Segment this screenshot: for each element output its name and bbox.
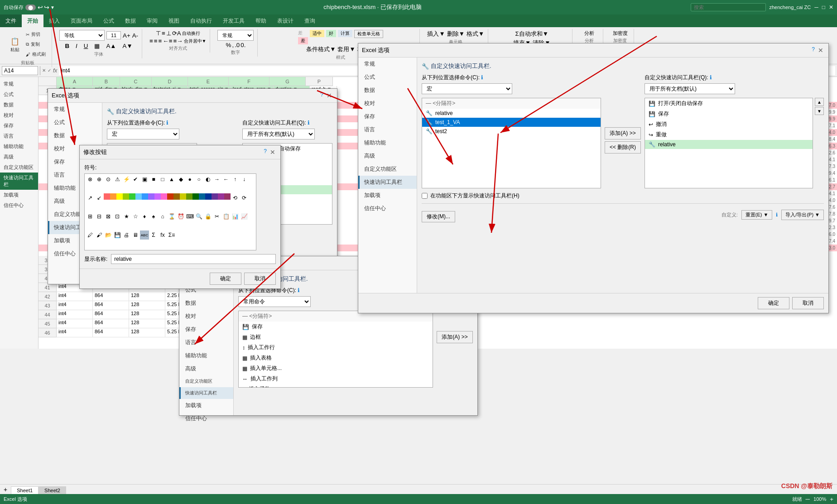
sidebar-proofing-lg[interactable]: 校对 [358, 97, 417, 110]
col-header-g[interactable]: G [269, 77, 306, 86]
test1va-lg[interactable]: 🔧 test_1_VA [422, 118, 601, 127]
conditional-format-button[interactable]: 条件格式▼ [306, 45, 336, 53]
icon-cell-56[interactable]: 🔒 [203, 212, 212, 221]
nav-item-accessibility[interactable]: 辅助功能 [0, 141, 38, 152]
align-top-button[interactable]: ⊤ [156, 30, 161, 37]
icon-cell-64[interactable]: 💾 [113, 230, 122, 240]
increase-indent-button[interactable]: ≡→ [173, 38, 183, 44]
sidebar-trustcenter-lg[interactable]: 信任中心 [358, 202, 417, 215]
undo-item-lg[interactable]: ↩ 撤消 [645, 119, 813, 130]
sidebar-ribbon-sm[interactable]: 自定义功能区 [179, 375, 233, 387]
apply-table-button[interactable]: 套用▼ [337, 45, 355, 53]
icon-cell-1[interactable]: ⊗ [86, 175, 95, 184]
cell-b42[interactable]: 864 [93, 292, 129, 301]
icon-cell-49[interactable]: ♦ [140, 212, 149, 221]
font-color-button[interactable]: A▼ [120, 42, 135, 50]
icon-cell-41[interactable]: ⟲ [231, 193, 240, 202]
from-dropdown-lg[interactable]: 宏 [422, 83, 512, 94]
confirm-formula-icon[interactable]: ✓ [48, 68, 51, 73]
tab-developer[interactable]: 开发工具 [217, 14, 250, 27]
icon-cell-5[interactable]: ⚡ [122, 175, 131, 184]
bold-button[interactable]: B [63, 42, 72, 50]
icon-cell-12[interactable]: ● [185, 175, 194, 184]
delete-cells-button[interactable]: 删除▼ [447, 30, 465, 38]
nav-item-save[interactable]: 保存 [0, 120, 38, 131]
sidebar-quickaccess-sm[interactable]: 快速访问工具栏 [179, 387, 233, 399]
sidebar-advanced-lg[interactable]: 高级 [358, 149, 417, 163]
sidebar-addins-sm[interactable]: 加载项 [179, 399, 233, 412]
quick-access-dropdown[interactable]: ▼ [50, 4, 55, 11]
tab-review[interactable]: 审阅 [141, 14, 163, 27]
add-btn-sm[interactable]: 添加(A) >> [437, 331, 472, 343]
icon-cell-58[interactable]: 📋 [221, 212, 231, 221]
icon-cell-18[interactable]: ↓ [240, 175, 249, 184]
icon-cell-60[interactable]: 📈 [240, 212, 249, 221]
align-right-button[interactable]: ≡ [159, 38, 162, 44]
col-header-e[interactable]: E [188, 77, 229, 86]
cell-b46[interactable]: 864 [93, 328, 129, 337]
icon-cell-27[interactable] [142, 193, 148, 200]
sidebar-trustcenter-sm[interactable]: 信任中心 [179, 412, 233, 425]
icon-cell-21[interactable] [104, 193, 110, 200]
icon-cell-14[interactable]: ◐ [203, 175, 212, 184]
icon-cell-26[interactable] [135, 193, 142, 200]
icon-cell-51[interactable]: ⌂ [158, 212, 167, 221]
sidebar-quickaccess-lg[interactable]: 快速访问工具栏 [358, 176, 417, 189]
icon-cell-67[interactable]: ABC [140, 230, 149, 240]
insert-table-sm[interactable]: ▦ 插入表格 [239, 353, 433, 363]
sidebar-advanced-sm[interactable]: 高级 [179, 362, 233, 375]
icon-cell-2[interactable]: ⊕ [95, 175, 104, 184]
cell-a44[interactable]: int4 [57, 310, 93, 319]
modify-btn-lg[interactable]: 修改(M)... [422, 211, 455, 222]
icon-cell-20[interactable]: ↙ [95, 193, 104, 202]
col-header-p[interactable]: P [306, 77, 333, 86]
icon-cell-9[interactable]: □ [158, 175, 167, 184]
cell-c43[interactable]: 128 [129, 301, 165, 310]
nav-item-formula[interactable]: 公式 [0, 89, 38, 100]
zoom-out-button[interactable]: ─ [806, 496, 810, 503]
close-edit-button[interactable]: ✕ [269, 148, 277, 156]
test2-lg[interactable]: 🔧 test2 [422, 127, 601, 136]
icon-cell-65[interactable]: 🖨 [122, 230, 131, 240]
from-dropdown-sm[interactable]: 常用命令 [238, 296, 311, 307]
move-down-lg[interactable]: ▼ [815, 107, 824, 115]
italic-button[interactable]: I [73, 42, 80, 50]
icon-cell-35[interactable] [192, 193, 199, 200]
sidebar-formula-lg[interactable]: 公式 [358, 71, 417, 84]
sidebar-addins-lg[interactable]: 加载项 [358, 189, 417, 202]
icon-cell-46[interactable]: ⊡ [113, 212, 122, 221]
cell-c44[interactable]: 128 [129, 310, 165, 319]
excel-options-title-mid[interactable]: Excel 选项 ? ✕ [48, 89, 337, 103]
cell-b44[interactable]: 864 [93, 310, 129, 319]
tab-insert[interactable]: 插入 [43, 14, 65, 27]
icon-cell-57[interactable]: ✂ [212, 212, 221, 221]
edit-cancel-button[interactable]: 取消 [244, 273, 276, 285]
nav-item-proofing[interactable]: 校对 [0, 110, 38, 120]
minimize-button[interactable]: ─ [814, 4, 818, 10]
icon-cell-62[interactable]: 🖌 [95, 230, 104, 240]
icon-cell-50[interactable]: ♠ [149, 212, 158, 221]
zoom-in-button[interactable]: + [830, 496, 833, 503]
tab-view[interactable]: 视图 [163, 14, 185, 27]
paste-button[interactable]: 📋 粘贴 [7, 34, 23, 54]
icon-cell-52[interactable]: ⌛ [167, 212, 176, 221]
align-left-button[interactable]: ≡ [149, 38, 153, 44]
sensitivity-button[interactable]: 加密度 [613, 30, 628, 37]
col-header-f[interactable]: F [229, 77, 269, 86]
icon-cell-63[interactable]: 📂 [104, 230, 113, 240]
sidebar-ribbon-lg[interactable]: 自定义功能区 [358, 163, 417, 176]
insert-col-sm[interactable]: ↔ 插入工作列 [239, 374, 433, 384]
icon-cell-43[interactable]: ⊞ [86, 212, 95, 221]
sidebar-language-sm[interactable]: 语言 [179, 336, 233, 349]
decrease-decimal-button[interactable]: 0. [241, 42, 245, 48]
merge-cells-button[interactable]: 合并居中▼ [184, 38, 207, 44]
icon-cell-33[interactable] [180, 193, 186, 200]
reset-btn-lg[interactable]: 重置(E) ▼ [741, 210, 773, 220]
sidebar-language-lg[interactable]: 语言 [358, 123, 417, 136]
tab-data[interactable]: 数据 [120, 14, 141, 27]
icon-cell-47[interactable]: ★ [122, 212, 131, 221]
sidebar-formula-mid[interactable]: 公式 [48, 116, 102, 129]
cell-reference-box[interactable] [2, 66, 38, 75]
sheet-tab-2[interactable]: Sheet2 [38, 486, 66, 494]
tab-home[interactable]: 开始 [22, 14, 43, 27]
